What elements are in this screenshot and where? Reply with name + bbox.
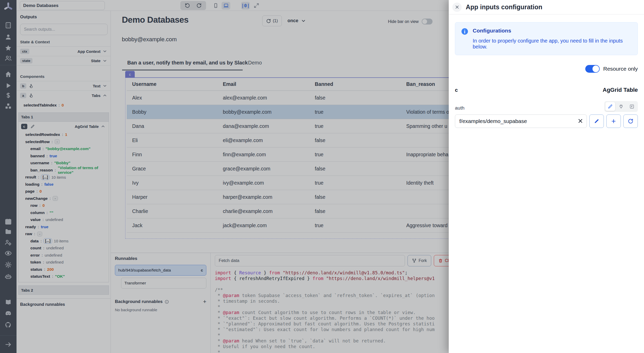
redo-icon[interactable] <box>194 2 203 10</box>
table-cell: false <box>309 95 401 101</box>
undo-icon[interactable] <box>183 2 192 10</box>
chevron-down-icon[interactable] <box>103 49 107 54</box>
groups-icon[interactable] <box>5 55 12 62</box>
app-inputs-drawer: App inputs configuration Configurations … <box>449 0 644 353</box>
schedule-select[interactable]: once <box>287 18 306 23</box>
component-row-a[interactable]: a Tabs <box>17 91 111 100</box>
state-context-row-state[interactable]: stateState <box>17 56 111 65</box>
output-type-label: App Context <box>78 49 100 54</box>
tabs1-section-bar[interactable]: Tabs 1 <box>18 112 109 122</box>
prop-value[interactable]: [...] <box>44 238 52 244</box>
github-icon[interactable] <box>5 321 12 329</box>
output-prop-data: data:[...]10 items <box>19 237 109 245</box>
discord-icon[interactable] <box>5 310 12 317</box>
fork-button[interactable]: Fork <box>408 255 431 266</box>
prop-key: value <box>30 217 41 222</box>
chevron-down-icon[interactable] <box>103 59 107 63</box>
auth-resource-input[interactable] <box>455 114 587 128</box>
folders-icon[interactable] <box>5 228 12 235</box>
audit-eye-icon[interactable] <box>5 250 12 257</box>
clear-x-icon[interactable] <box>577 118 584 125</box>
home-icon[interactable] <box>5 71 12 78</box>
runnable-item[interactable]: Transformer <box>121 278 206 289</box>
component-type-label: AgGrid Table <box>75 124 99 129</box>
prop-key: loading <box>25 182 39 187</box>
drawer-title: App inputs configuration <box>466 3 542 11</box>
chevron-up-icon[interactable] <box>101 124 105 129</box>
trash-icon <box>438 258 443 263</box>
app-name-input[interactable] <box>20 1 105 10</box>
info-body: In order to properly configure the app, … <box>473 38 632 50</box>
git-fork-icon <box>412 258 417 263</box>
search-outputs-input[interactable] <box>20 24 108 35</box>
windmill-logo-icon[interactable] <box>3 2 13 12</box>
docs-book-icon[interactable] <box>5 299 12 306</box>
mobile-preview-icon[interactable] <box>211 2 220 10</box>
variables-dollar-icon[interactable] <box>5 92 12 99</box>
schedules-calendar-icon[interactable] <box>5 218 12 225</box>
output-prop-raw: raw:- <box>19 231 109 238</box>
prop-value[interactable]: [...] <box>41 175 49 180</box>
runnable-name-input[interactable] <box>215 255 405 266</box>
tab-ban-user[interactable]: Ban a user, notify them by email, and us… <box>127 60 248 66</box>
background-runnables-empty-text: No background runnable <box>115 308 206 312</box>
components-label: Components <box>20 74 107 79</box>
prop-key: token <box>30 260 41 265</box>
hide-bar-toggle[interactable] <box>422 19 433 24</box>
output-prop-selectedRow: selectedRow:- <box>19 138 109 145</box>
table-cell: Ivy <box>127 180 217 186</box>
selected-component-badge[interactable]: c <box>125 71 135 78</box>
left-icon-rail <box>0 0 16 353</box>
table-column-header[interactable]: Email <box>217 81 309 87</box>
table-cell: charlie@example.com <box>217 208 309 214</box>
state-context-row-ctx[interactable]: ctxApp Context <box>17 46 111 56</box>
workers-users-gear-icon[interactable] <box>5 239 12 246</box>
prop-value: undefined <box>46 217 63 222</box>
chevron-down-icon[interactable] <box>103 84 107 88</box>
static-pencil-icon[interactable] <box>605 102 615 111</box>
prop-key: column <box>30 210 45 215</box>
resource-only-toggle[interactable] <box>585 65 600 73</box>
table-column-header[interactable]: Banned <box>309 81 401 87</box>
runs-play-icon[interactable] <box>5 82 12 89</box>
table-cell: jack@example.com <box>217 223 309 228</box>
eval-function-icon[interactable] <box>627 102 637 111</box>
output-prop-ready: ready:true <box>19 223 109 231</box>
resources-boxes-icon[interactable] <box>5 103 12 110</box>
fullscreen-expand-icon[interactable] <box>252 2 261 10</box>
edit-resource-pencil-icon[interactable] <box>589 114 604 128</box>
prop-value: undefined <box>46 246 64 250</box>
prop-value: "" <box>49 210 53 215</box>
runnables-title: Runnables <box>115 256 206 261</box>
chevron-up-icon[interactable] <box>103 93 107 98</box>
tabs2-section-bar[interactable]: Tabs 2 <box>18 285 109 295</box>
close-icon[interactable] <box>452 3 462 12</box>
prop-value[interactable]: - <box>55 139 60 144</box>
desktop-preview-icon[interactable] <box>222 2 230 10</box>
tabs1-section-box: c AgGrid Table selectedRowIndex:1selecte… <box>18 122 109 283</box>
favorites-star-icon[interactable] <box>5 44 12 52</box>
table-column-header[interactable]: Username <box>127 81 217 87</box>
pencil-icon[interactable] <box>30 124 35 129</box>
outputs-panel: Outputs State & Context ctxApp Contextst… <box>16 11 111 353</box>
workspace-icon[interactable] <box>5 22 12 29</box>
add-resource-plus-icon[interactable] <box>606 114 621 128</box>
prop-value[interactable]: - <box>37 232 42 236</box>
background-runnables-row: Background runnables + <box>115 299 206 305</box>
runnable-item[interactable]: hub/943/supabase/fetch_datac <box>115 265 206 276</box>
prop-items-count: 10 items <box>51 175 66 179</box>
align-zero-icon[interactable]: |0| <box>241 2 250 10</box>
add-background-runnable-button[interactable]: + <box>203 299 206 305</box>
component-row-c[interactable]: c AgGrid Table <box>19 122 109 131</box>
tab-demo[interactable]: Demo <box>248 60 262 66</box>
prop-value[interactable]: - <box>53 196 58 201</box>
ai-bot-icon[interactable] <box>5 273 12 280</box>
connect-plug-icon[interactable] <box>616 102 626 111</box>
refresh-resource-icon[interactable] <box>623 114 638 128</box>
table-cell: grace@example.com <box>217 166 309 172</box>
expand-sidebar-arrow-icon[interactable] <box>5 341 12 348</box>
refresh-app-button[interactable]: (1) <box>262 15 282 26</box>
component-row-b[interactable]: b Text <box>17 81 111 91</box>
settings-gear-icon[interactable] <box>5 261 12 268</box>
user-icon[interactable] <box>5 34 12 41</box>
